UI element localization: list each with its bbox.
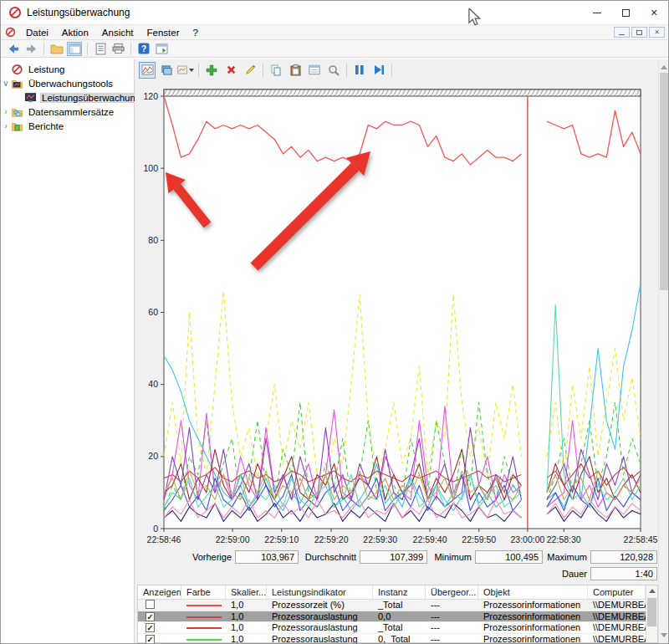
main-area: Leistung ∨ Überwachungstools Leistungsüb…: [1, 59, 668, 643]
main-toolbar: ?: [1, 40, 668, 58]
counter-row-selected[interactable]: ✓ 1,0 Prozessorauslastung 0,0 --- Prozes…: [138, 611, 646, 623]
mdi-minimize-button[interactable]: [614, 27, 630, 38]
help-button[interactable]: ?: [136, 42, 151, 56]
toolbar-separator: [198, 64, 199, 77]
mdi-close-button[interactable]: ✕: [649, 27, 665, 38]
chevron-right-icon[interactable]: ›: [1, 121, 11, 130]
svg-text:22:58:30: 22:58:30: [547, 534, 581, 544]
scrollbar-thumb[interactable]: [660, 73, 668, 290]
color-swatch: [186, 627, 222, 629]
export-folder-button[interactable]: [49, 42, 64, 56]
col-header-computer[interactable]: Computer: [588, 585, 646, 600]
minimum-label: Minimum: [411, 552, 472, 562]
minimize-button[interactable]: [583, 1, 611, 25]
update-data-button[interactable]: [370, 62, 387, 79]
color-swatch: [186, 605, 222, 606]
menu-item-help[interactable]: ?: [186, 27, 205, 38]
tree-item-leistung[interactable]: Leistung: [1, 62, 134, 76]
properties-button[interactable]: [306, 62, 323, 79]
col-header-anzeigen[interactable]: Anzeigen: [138, 585, 181, 600]
magnifier-icon: [328, 64, 340, 76]
perfmon-app-icon: [8, 6, 22, 19]
mdi-restore-button[interactable]: [631, 27, 647, 38]
zoom-button[interactable]: [325, 62, 342, 79]
chart-type-dropdown[interactable]: [177, 62, 194, 79]
highlight-button[interactable]: [242, 62, 258, 79]
cell-object: Prozessorinformationen: [478, 611, 588, 621]
counter-row[interactable]: ✓ 1,0 Prozessorauslastung 0,_Total --- P…: [138, 634, 646, 644]
cell-counter: Prozessorauslastung: [267, 634, 373, 644]
menu-item-fenster[interactable]: Fenster: [140, 27, 186, 38]
row-checkbox[interactable]: [146, 600, 155, 609]
table-scrollbar[interactable]: [646, 585, 657, 642]
cell-instance: 0,_Total: [373, 634, 426, 644]
performance-chart[interactable]: 12010080604020022:58:4622:59:0022:59:102…: [135, 81, 661, 548]
export-list-button[interactable]: [93, 42, 108, 56]
counter-row[interactable]: 1,0 Prozessorzeit (%) _Total --- Prozess…: [138, 600, 646, 611]
perfmon-root-icon: [11, 64, 23, 75]
folder-icon: [50, 43, 64, 54]
delete-counter-button[interactable]: [222, 62, 239, 79]
chevron-down-icon: [189, 69, 194, 72]
col-header-farbe[interactable]: Farbe: [181, 585, 226, 600]
paste-properties-button[interactable]: [287, 62, 304, 79]
maximize-button[interactable]: [611, 1, 640, 25]
scroll-down-icon[interactable]: [661, 633, 667, 640]
menu-item-aktion[interactable]: Aktion: [55, 27, 95, 38]
counter-row[interactable]: ✓ 1,0 Prozessorauslastung _Total --- Pro…: [138, 622, 646, 634]
toolbar-separator: [87, 43, 88, 55]
view-type-button[interactable]: [158, 62, 175, 79]
row-checkbox[interactable]: ✓: [146, 635, 155, 644]
col-header-instanz[interactable]: Instanz: [373, 585, 426, 600]
toolbar-separator: [391, 64, 392, 77]
minimize-icon: [593, 13, 601, 13]
printer-icon: [112, 43, 125, 54]
col-header-leistungsindikator[interactable]: Leistungsindikator: [267, 585, 373, 600]
duration-label: Dauer: [528, 569, 587, 579]
svg-text:22:59:40: 22:59:40: [413, 534, 447, 544]
add-counter-button[interactable]: [203, 62, 220, 79]
cell-counter: Prozessorauslastung: [267, 611, 373, 621]
view-scrollbar[interactable]: [658, 59, 668, 643]
scrollbar-thumb[interactable]: [647, 598, 656, 626]
view-graph-button[interactable]: [139, 62, 156, 79]
row-checkbox[interactable]: ✓: [146, 623, 155, 632]
close-button[interactable]: ✕: [640, 1, 668, 25]
scroll-up-icon[interactable]: [649, 589, 656, 593]
svg-text:40: 40: [148, 379, 158, 389]
tree-item-datensammlersaetze[interactable]: › Datensammlersätze: [1, 105, 134, 119]
row-checkbox[interactable]: ✓: [146, 612, 155, 621]
chevron-right-icon[interactable]: ›: [1, 107, 11, 116]
col-header-uebergeordnet[interactable]: Übergeor...: [426, 585, 478, 600]
freeze-display-button[interactable]: [351, 62, 368, 79]
tree-item-leistungsueberwachung[interactable]: Leistungsüberwachung: [24, 90, 134, 105]
pencil-icon: [245, 64, 256, 75]
copy-properties-button[interactable]: [268, 62, 284, 79]
tree-item-berichte[interactable]: › Berichte: [1, 119, 134, 133]
svg-text:100: 100: [143, 163, 158, 173]
menu-item-ansicht[interactable]: Ansicht: [95, 27, 140, 38]
layers-icon: [161, 64, 173, 76]
back-button[interactable]: [6, 42, 21, 56]
properties-icon: [309, 64, 320, 75]
col-header-skalierung[interactable]: Skalier...: [226, 585, 267, 600]
forward-button[interactable]: [23, 42, 38, 56]
counter-statistics: Vorherige 103,967 Durchschnitt 107,399 M…: [135, 549, 661, 584]
menu-item-datei[interactable]: Datei: [19, 27, 55, 38]
pause-icon: [355, 64, 365, 75]
tree-item-ueberwachungstools[interactable]: ∨ Überwachungstools: [1, 76, 134, 90]
scroll-up-icon[interactable]: [661, 63, 667, 69]
show-console-tree-button[interactable]: [67, 42, 82, 56]
chevron-down-icon[interactable]: ∨: [1, 79, 11, 88]
cell-scale: 1,0: [226, 622, 267, 632]
monitor-tools-folder-icon: [11, 78, 23, 89]
forward-arrow-icon: [25, 43, 38, 55]
print-button[interactable]: [110, 42, 125, 56]
cell-computer: \\DEMURBEAST: [588, 600, 646, 610]
performance-monitor-icon: [24, 92, 37, 104]
console-tree-panel: Leistung ∨ Überwachungstools Leistungsüb…: [1, 59, 135, 643]
cell-parent: ---: [426, 634, 478, 644]
cell-instance: 0,0: [373, 611, 426, 621]
col-header-objekt[interactable]: Objekt: [478, 585, 588, 600]
show-action-pane-button[interactable]: [154, 42, 169, 56]
